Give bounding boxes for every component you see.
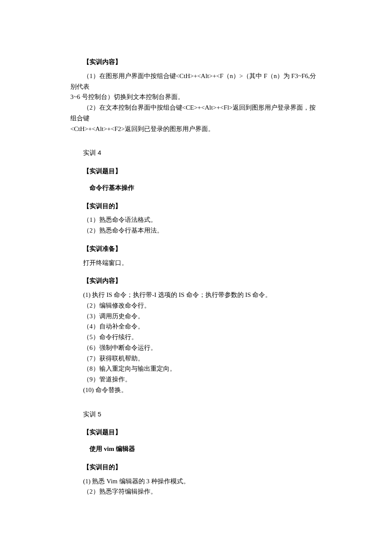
training4-content-item10: (10) 命令替换。 [70, 385, 322, 395]
document-page: 【实训内容】 （1）在图形用户界面中按组合键<CtH>+<Alt>+<F（n）>… [0, 0, 392, 523]
training4-content-item6: （6）强制中断命令运行。 [70, 343, 322, 353]
training4-topic-title: 命令行基本操作 [70, 183, 322, 193]
training4-content-item2: （2）编辑修改命令行。 [70, 300, 322, 311]
training3-item2-line1: （2）在文本控制台界面中按组合键<CE>+<Alt>+<Fl>返回到图形用户登录… [70, 102, 322, 124]
training4-content-item8: （8）输入重定向与输出重定向。 [70, 363, 322, 374]
training4-content-header: 【实训内容】 [70, 276, 322, 286]
training3-item1-line1: （1）在图形用户界面中按组合键<CtH>+<Alt>+<F（n）>（其中 F（n… [70, 71, 322, 92]
training3-content-header: 【实训内容】 [70, 57, 322, 67]
training4-content-item3: （3）调用历史命令。 [70, 311, 322, 322]
training4-topic-header: 【实训题目】 [70, 166, 322, 177]
training4-label: 实训 4 [70, 148, 322, 158]
training5-topic-header: 【实训题目】 [70, 427, 322, 438]
training5-goal-header: 【实训目的】 [70, 462, 322, 473]
training4-content-item1: (1) 执行 IS 命令；执行带-I 选项的 IS 命令；执行带参数的 IS 命… [70, 290, 322, 300]
training4-content-item5: （5）命令行续行。 [70, 332, 322, 343]
training4-goal-header: 【实训目的】 [70, 201, 322, 212]
training4-goal-item2: （2）熟悉命令行基本用法。 [70, 225, 322, 236]
training5-goal-item2: （2）熟悉字符编辑操作。 [70, 486, 322, 497]
training5-goal-item1: (1) 熟悉 Vim 编辑器的 3 种操作模式。 [70, 476, 322, 487]
training3-item2-line2: <CtH>+<Alt>+<F2>返回到已登录的图形用户界面。 [70, 124, 322, 134]
training4-prep-header: 【实训准备】 [70, 244, 322, 254]
training4-content-item4: （4）自动补全命令。 [70, 321, 322, 332]
training5-topic-title: 使用 vim 编辑器 [70, 444, 322, 454]
training3-item1-line2: 3~6 号控制台）切换到文本控制台界面。 [70, 92, 322, 102]
training4-content-item7: （7）获得联机帮助。 [70, 353, 322, 364]
training4-goal-item1: （1）熟悉命令语法格式。 [70, 215, 322, 225]
training4-prep-text: 打开终端窗口。 [70, 258, 322, 268]
training4-content-item9: （9）管道操作。 [70, 374, 322, 385]
training5-label: 实训 5 [70, 409, 322, 420]
